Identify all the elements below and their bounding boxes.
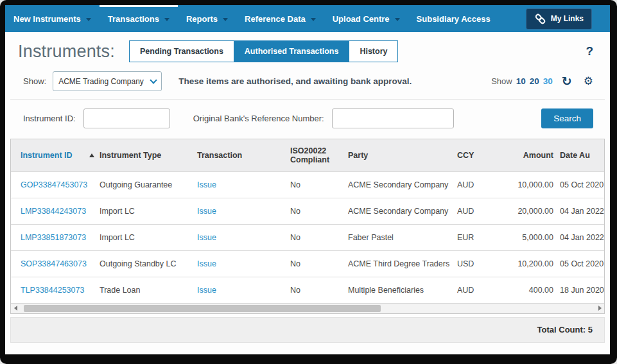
transaction-link[interactable]: Issue bbox=[197, 259, 216, 268]
nav-item-reports[interactable]: Reports bbox=[178, 5, 236, 32]
chevron-down-icon bbox=[150, 76, 157, 83]
amount-cell: 5,000.00 bbox=[502, 224, 560, 250]
amount-cell: 10,000.00 bbox=[502, 171, 560, 198]
ccy-cell: AUD bbox=[457, 171, 502, 198]
status-message: These items are authorised, and awaiting… bbox=[178, 76, 412, 86]
nav-item-new-instruments[interactable]: New Instruments bbox=[5, 5, 100, 32]
my-links-button[interactable]: My Links bbox=[526, 8, 592, 30]
scroll-left-arrow-icon[interactable] bbox=[11, 306, 20, 311]
table-row: LMP33851873073 Import LC Issue No Faber … bbox=[11, 224, 604, 250]
gear-icon[interactable]: ⚙ bbox=[584, 76, 593, 87]
column-header-iso20022: ISO20022 Compliant bbox=[290, 139, 348, 171]
ccy-cell: AUD bbox=[457, 277, 502, 303]
instrument-id-input[interactable] bbox=[83, 108, 170, 128]
iso20022-cell: No bbox=[290, 224, 348, 250]
transaction-link[interactable]: Issue bbox=[197, 286, 216, 295]
nav-item-label: Upload Centre bbox=[333, 14, 390, 24]
party-cell: ACME Secondary Company bbox=[348, 198, 457, 224]
column-header-party: Party bbox=[348, 139, 457, 171]
page-size-option-30[interactable]: 30 bbox=[543, 76, 553, 86]
instrument-type-cell: Outgoing Standby LC bbox=[100, 250, 197, 277]
page-size-label: Show bbox=[491, 76, 512, 86]
help-icon[interactable]: ? bbox=[586, 44, 593, 58]
tab-authorised-transactions[interactable]: Authorised Transactions bbox=[234, 41, 350, 62]
date-authorised-cell: 18 Jun 2020 bbox=[560, 277, 604, 303]
nav-item-subsidiary-access[interactable]: Subsidiary Access bbox=[408, 5, 499, 32]
instrument-id-link[interactable]: LMP33851873073 bbox=[21, 233, 86, 242]
chevron-down-icon bbox=[395, 18, 400, 21]
nav-spacer bbox=[499, 5, 526, 32]
column-header-amount: Amount bbox=[502, 139, 560, 171]
instrument-type-cell: Trade Loan bbox=[100, 277, 197, 303]
table-row: TLP33844253073 Trade Loan Issue No Multi… bbox=[11, 277, 604, 303]
table-footer: Total Count: 5 bbox=[10, 317, 605, 343]
party-cell: Faber Pastel bbox=[348, 224, 457, 250]
refresh-icon[interactable]: ↻ bbox=[562, 75, 572, 87]
amount-cell: 400.00 bbox=[502, 277, 560, 303]
tab-pending-transactions[interactable]: Pending Transactions bbox=[130, 41, 234, 62]
page-size-control: Show 10 20 30 ↻ ⚙ bbox=[491, 75, 593, 87]
filter-bar: Show: ACME Trading Company These items a… bbox=[5, 65, 610, 98]
scrollbar-thumb[interactable] bbox=[24, 305, 381, 312]
page-size-option-10[interactable]: 10 bbox=[516, 76, 526, 86]
instrument-type-cell: Import LC bbox=[100, 224, 197, 250]
table-row: LMP33844243073 Import LC Issue No ACME S… bbox=[11, 198, 604, 224]
chevron-down-icon bbox=[86, 18, 91, 21]
horizontal-scrollbar[interactable] bbox=[11, 303, 604, 313]
total-count: Total Count: 5 bbox=[537, 325, 593, 334]
amount-cell: 10,200.00 bbox=[502, 250, 560, 277]
tab-group: Pending Transactions Authorised Transact… bbox=[129, 40, 399, 62]
app-window: New Instruments Transactions Reports Ref… bbox=[0, 0, 617, 364]
party-cell: ACME Third Degree Traders bbox=[348, 250, 457, 277]
chevron-down-icon bbox=[164, 18, 169, 21]
iso20022-cell: No bbox=[290, 250, 348, 277]
column-header-transaction: Transaction bbox=[197, 139, 290, 171]
search-button[interactable]: Search bbox=[541, 108, 593, 128]
instrument-id-link[interactable]: GOP33847453073 bbox=[21, 180, 87, 189]
party-cell: ACME Secondary Company bbox=[348, 171, 457, 198]
tab-history[interactable]: History bbox=[349, 41, 397, 62]
column-header-ccy: CCY bbox=[457, 139, 502, 171]
show-label: Show: bbox=[23, 76, 46, 86]
instrument-type-cell: Import LC bbox=[100, 198, 197, 224]
date-authorised-cell: 04 Jan 2022 bbox=[560, 198, 604, 224]
scrollbar-track[interactable] bbox=[20, 304, 595, 313]
results-table: Instrument ID Instrument Type Transactio… bbox=[11, 139, 604, 303]
reference-number-label: Original Bank's Reference Number: bbox=[193, 114, 324, 123]
chain-link-icon bbox=[534, 13, 546, 24]
instrument-type-cell: Outgoing Guarantee bbox=[100, 171, 197, 198]
app-content: New Instruments Transactions Reports Ref… bbox=[5, 5, 610, 354]
transaction-link[interactable]: Issue bbox=[197, 233, 216, 242]
transaction-link[interactable]: Issue bbox=[197, 180, 216, 189]
transaction-link[interactable]: Issue bbox=[197, 207, 216, 216]
reference-number-input[interactable] bbox=[332, 108, 454, 128]
page-size-option-20[interactable]: 20 bbox=[530, 76, 539, 86]
company-select-value: ACME Trading Company bbox=[58, 77, 151, 86]
chevron-down-icon bbox=[311, 18, 316, 21]
iso20022-cell: No bbox=[290, 277, 348, 303]
page-title: Instruments: bbox=[18, 42, 115, 62]
instrument-id-link[interactable]: TLP33844253073 bbox=[21, 286, 84, 295]
company-select[interactable]: ACME Trading Company bbox=[53, 71, 162, 91]
table-row: GOP33847453073 Outgoing Guarantee Issue … bbox=[11, 171, 604, 198]
page-header: Instruments: Pending Transactions Author… bbox=[5, 32, 610, 65]
iso20022-cell: No bbox=[290, 171, 348, 198]
nav-item-label: Reference Data bbox=[245, 14, 306, 24]
table-header-row: Instrument ID Instrument Type Transactio… bbox=[11, 139, 604, 171]
table-row: SOP33847463073 Outgoing Standby LC Issue… bbox=[11, 250, 604, 277]
nav-item-upload-centre[interactable]: Upload Centre bbox=[324, 5, 408, 32]
amount-cell: 20,000.00 bbox=[502, 198, 560, 224]
scroll-right-arrow-icon[interactable] bbox=[595, 306, 604, 311]
nav-item-label: Transactions bbox=[108, 14, 159, 24]
instrument-id-link[interactable]: SOP33847463073 bbox=[21, 259, 87, 268]
search-bar: Instrument ID: Original Bank's Reference… bbox=[5, 100, 610, 137]
instrument-id-link[interactable]: LMP33844243073 bbox=[21, 207, 86, 216]
nav-item-reference-data[interactable]: Reference Data bbox=[236, 5, 324, 32]
date-authorised-cell: 04 Jan 2022 bbox=[560, 224, 604, 250]
ccy-cell: USD bbox=[457, 250, 502, 277]
nav-item-transactions[interactable]: Transactions bbox=[100, 5, 178, 32]
date-authorised-cell: 05 Oct 2020 bbox=[560, 171, 604, 198]
party-cell: Multiple Beneficiaries bbox=[348, 277, 457, 303]
column-header-instrument-id[interactable]: Instrument ID bbox=[11, 139, 100, 171]
sort-ascending-icon bbox=[89, 153, 94, 157]
